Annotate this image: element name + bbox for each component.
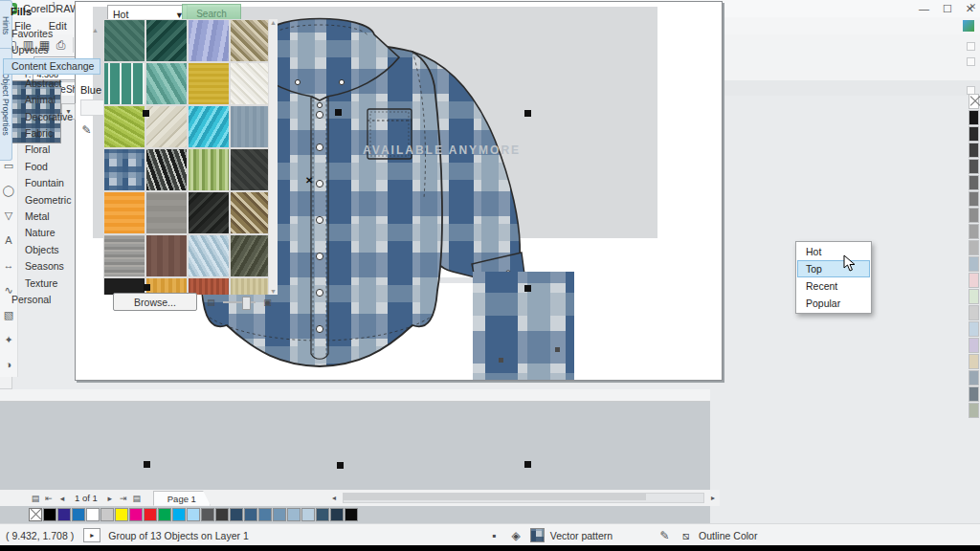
no-color-swatch[interactable]: [969, 94, 979, 109]
teal-leaves[interactable]: [145, 62, 188, 105]
mustard[interactable]: [188, 62, 230, 105]
fills-category-item[interactable]: Upvotes: [3, 41, 100, 57]
palette-color[interactable]: [969, 354, 979, 369]
scroll-down-icon[interactable]: ▼: [270, 288, 277, 295]
fills-category-item[interactable]: Abstract: [3, 75, 100, 91]
palette-color[interactable]: [969, 256, 979, 272]
no-color-swatch[interactable]: [29, 508, 42, 521]
sort-menu-item[interactable]: Top: [797, 260, 870, 277]
palette-color[interactable]: [969, 305, 979, 320]
page-tab[interactable]: Page 1: [153, 491, 211, 506]
large-thumbnails-icon[interactable]: ▣: [259, 295, 276, 310]
play-icon[interactable]: ▸: [83, 528, 100, 542]
brown-floral[interactable]: [230, 191, 272, 234]
palette-color[interactable]: [969, 143, 979, 158]
close-icon[interactable]: ✕: [969, 2, 976, 11]
grid-scrollbar[interactable]: ▲ ▼: [268, 19, 278, 295]
charcoal[interactable]: [230, 148, 272, 191]
palette-color[interactable]: [969, 289, 979, 304]
fills-category-item[interactable]: Nature: [3, 225, 100, 241]
charcoal-floral[interactable]: [188, 191, 230, 234]
palette-color[interactable]: [187, 508, 200, 521]
gray-knit[interactable]: [103, 234, 145, 277]
blue-speckle[interactable]: [188, 234, 230, 277]
last-page[interactable]: ⇥: [117, 491, 130, 506]
interactive-fill-tool[interactable]: ◑: [1, 352, 16, 377]
palette-color[interactable]: [969, 208, 979, 223]
palette-color[interactable]: [301, 508, 315, 521]
ruler-origin[interactable]: [0, 377, 12, 389]
orange[interactable]: [103, 191, 145, 234]
gray[interactable]: [145, 191, 188, 234]
fills-category-item[interactable]: Animal: [3, 92, 100, 108]
teal-dots[interactable]: [103, 62, 145, 105]
olive-snake[interactable]: [230, 234, 272, 277]
minimize-button[interactable]: —: [919, 3, 929, 14]
fills-category-item[interactable]: Favorites: [3, 25, 100, 41]
palette-color[interactable]: [100, 508, 114, 521]
khaki-stripe[interactable]: [230, 277, 272, 295]
palette-color[interactable]: [57, 508, 71, 521]
palette-color[interactable]: [172, 508, 186, 521]
fills-category-item[interactable]: Food: [3, 158, 100, 174]
palette-color[interactable]: [969, 386, 979, 402]
fills-category-item[interactable]: Fountain: [3, 175, 100, 191]
palette-color[interactable]: [969, 224, 979, 239]
bw-camo[interactable]: [145, 148, 188, 191]
palette-color[interactable]: [345, 508, 358, 521]
browse-button[interactable]: Browse...: [113, 293, 197, 311]
maximize-button[interactable]: ☐: [943, 3, 952, 15]
palette-color[interactable]: [258, 508, 272, 521]
selection-handle[interactable]: [144, 284, 150, 291]
palette-color[interactable]: [158, 508, 171, 521]
beige-floral[interactable]: [230, 19, 272, 62]
white-speckle[interactable]: [230, 62, 272, 105]
palette-color[interactable]: [969, 175, 979, 190]
fills-category-item[interactable]: Decorative: [3, 108, 100, 124]
fills-category-item[interactable]: Seasons: [3, 257, 100, 274]
palette-color[interactable]: [969, 403, 979, 418]
scroll-right-icon[interactable]: ▸: [706, 491, 720, 506]
palette-color[interactable]: [969, 240, 979, 255]
lavender-marble[interactable]: [188, 19, 230, 62]
fills-category-item[interactable]: Objects: [3, 241, 100, 257]
palette-color[interactable]: [201, 508, 214, 521]
selection-handle[interactable]: [337, 462, 344, 469]
selection-handle[interactable]: [144, 461, 150, 468]
fills-category-item[interactable]: Floral: [3, 142, 100, 158]
selection-handle[interactable]: [524, 285, 531, 292]
fills-category-item[interactable]: Personal: [3, 291, 100, 306]
section-expander[interactable]: [967, 42, 975, 51]
small-thumbnails-icon[interactable]: ▤: [203, 295, 219, 310]
palette-color[interactable]: [316, 508, 329, 521]
palette-color[interactable]: [287, 508, 301, 521]
palette-color[interactable]: [969, 191, 979, 207]
selection-handle[interactable]: [524, 461, 531, 468]
palette-color[interactable]: [969, 159, 979, 174]
palette-color[interactable]: [144, 508, 157, 521]
fills-category-item[interactable]: Geometric: [3, 191, 100, 208]
palette-color[interactable]: [969, 126, 979, 142]
palette-color[interactable]: [969, 321, 979, 337]
selection-handle[interactable]: [335, 109, 342, 116]
blue-plaid[interactable]: [103, 148, 145, 191]
selection-handle[interactable]: [143, 110, 149, 117]
lime-speckle[interactable]: [103, 105, 145, 148]
palette-color[interactable]: [969, 338, 979, 353]
page-flyout[interactable]: ▤: [29, 491, 42, 506]
palette-color[interactable]: [215, 508, 229, 521]
fills-category-item[interactable]: Metal: [3, 208, 100, 224]
slider-handle[interactable]: [242, 297, 251, 310]
palette-color[interactable]: [969, 370, 979, 386]
fills-category-item[interactable]: Fabric: [3, 124, 100, 141]
cyan-floral[interactable]: [188, 105, 230, 148]
scroll-left-icon[interactable]: ◂: [327, 491, 341, 506]
palette-color[interactable]: [969, 273, 979, 288]
sort-menu-item[interactable]: Popular: [797, 295, 870, 312]
maroon-brown[interactable]: [145, 234, 188, 277]
fills-category-item[interactable]: Content Exchange: [3, 58, 100, 75]
next-page[interactable]: ▸: [103, 491, 117, 506]
add-page[interactable]: ▤: [130, 491, 144, 506]
selection-handle[interactable]: [524, 110, 531, 117]
green-stripe[interactable]: [188, 148, 230, 191]
